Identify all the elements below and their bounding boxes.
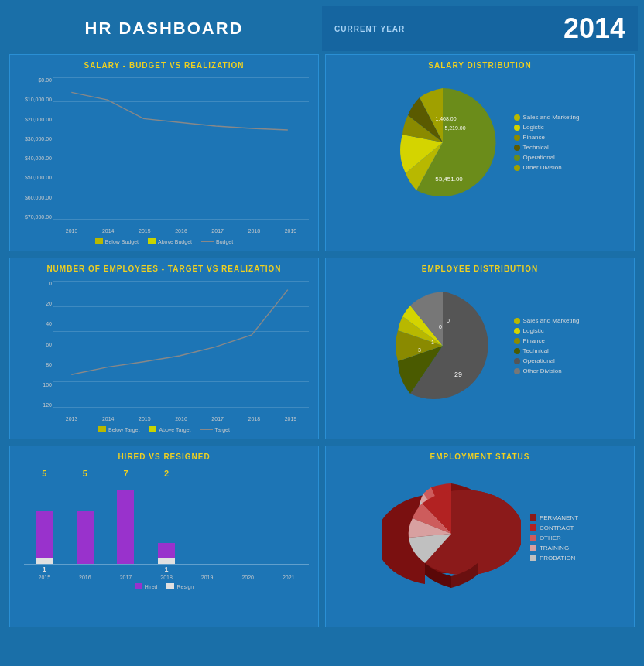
dashboard-title: HR DASHBOARD — [85, 19, 244, 39]
employee-pie-svg: 3 1 0 0 29 — [381, 284, 505, 408]
svg-text:29: 29 — [454, 371, 462, 378]
resign-num-2015: 1 — [24, 565, 65, 573]
employment-status-panel: EMPLOYMENT STATUS — [325, 446, 635, 627]
employee-count-chart: 120 100 80 60 40 20 0 — [16, 278, 312, 432]
employee-count-panel: NUMBER OF EMPLOYEES - TARGET VS REALIZAT… — [9, 258, 319, 439]
svg-text:0: 0 — [447, 318, 450, 323]
svg-text:3: 3 — [418, 347, 421, 353]
svg-text:5,219.00: 5,219.00 — [444, 125, 465, 131]
salary-pie-legend: Sales and Marketing Logistic Finance Tec… — [514, 114, 580, 171]
hired-num-2019 — [187, 469, 228, 478]
hired-resigned-legend: Hired Resign — [16, 583, 312, 589]
hired-resigned-panel: HIRED VS RESIGNED 5 5 7 2 — [9, 446, 319, 627]
salary-pie-svg: 1,468.00 5,219.00 53,451.00 — [381, 80, 505, 204]
resign-num-2019 — [187, 565, 228, 573]
employment-status-legend: PERMANENT CONTRACT OTHER TRAINING PROBAT… — [530, 514, 578, 562]
svg-text:1: 1 — [431, 340, 434, 345]
hired-num-2017: 7 — [105, 469, 146, 478]
year-value: 2014 — [564, 12, 625, 45]
resign-num-2021 — [268, 565, 309, 573]
resign-num-2017 — [105, 565, 146, 573]
resign-num-2018: 1 — [146, 565, 187, 573]
svg-text:53,451.00: 53,451.00 — [435, 176, 463, 183]
salary-distribution-title: SALARY DISTRIBUTION — [332, 61, 628, 70]
salary-distribution-panel: SALARY DISTRIBUTION — [325, 54, 635, 251]
employee-legend: Below Target Above Target Target — [16, 426, 312, 432]
resign-num-2020 — [228, 565, 269, 573]
salary-distribution-chart: 1,468.00 5,219.00 53,451.00 Sales and Ma… — [332, 74, 628, 229]
salary-legend: Below Budget Above Budget Budget — [16, 238, 312, 244]
employee-dist-legend: Sales and Marketing Logistic Finance Tec… — [514, 317, 580, 374]
hired-num-2020 — [228, 469, 269, 478]
resign-num-2016 — [65, 565, 106, 573]
current-year-label: CURRENT YEAR — [334, 25, 405, 33]
svg-text:0: 0 — [439, 324, 442, 330]
employee-bars — [53, 281, 309, 408]
svg-text:1,468.00: 1,468.00 — [435, 116, 456, 121]
salary-bars — [53, 77, 309, 220]
employment-status-svg — [382, 472, 521, 603]
employment-status-title: EMPLOYMENT STATUS — [332, 453, 628, 461]
hired-num-2018: 2 — [146, 469, 187, 478]
salary-budget-chart: $70,000.00 $60,000.00 $50,000.00 $40,000… — [16, 74, 312, 244]
hired-resigned-title: HIRED VS RESIGNED — [16, 453, 312, 461]
header-left: HR DASHBOARD — [6, 6, 322, 51]
header-right: CURRENT YEAR 2014 — [322, 6, 638, 51]
employee-count-title: NUMBER OF EMPLOYEES - TARGET VS REALIZAT… — [16, 265, 312, 273]
salary-budget-title: SALARY - BUDGET VS REALIZATION — [16, 61, 312, 70]
salary-budget-panel: SALARY - BUDGET VS REALIZATION $70,000.0… — [9, 54, 319, 251]
hired-resigned-chart: 5 5 7 2 — [16, 466, 312, 620]
employee-distribution-chart: 3 1 0 0 29 Sales and Marketing Logistic … — [332, 278, 628, 432]
hired-num-2021 — [268, 469, 309, 478]
employee-distribution-panel: EMPLOYEE DISTRIBUTION 3 — [325, 258, 635, 439]
employment-status-chart: PERMANENT CONTRACT OTHER TRAINING PROBAT… — [332, 466, 628, 620]
y-axis-labels: $70,000.00 $60,000.00 $50,000.00 $40,000… — [16, 77, 52, 220]
hired-num-2016: 5 — [65, 469, 106, 478]
employee-distribution-title: EMPLOYEE DISTRIBUTION — [332, 265, 628, 273]
hired-num-2015: 5 — [24, 469, 65, 478]
